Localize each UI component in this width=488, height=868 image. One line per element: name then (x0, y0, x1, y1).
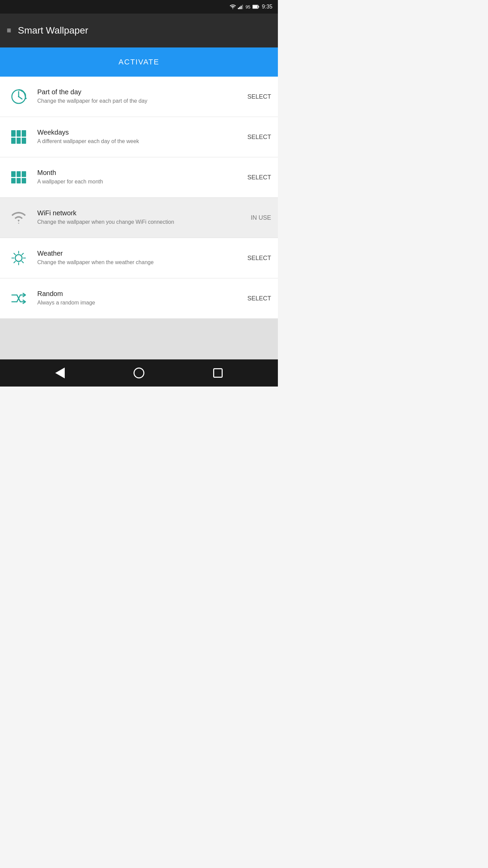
wifi-status-icon (230, 4, 236, 9)
random-icon (7, 287, 30, 310)
svg-point-10 (24, 94, 26, 95)
toolbar: ≡ Smart Wallpaper (0, 14, 278, 47)
weekdays-icon (7, 125, 30, 149)
list-item-weekdays[interactable]: Weekdays A different wallpaper each day … (0, 117, 278, 157)
svg-line-17 (14, 253, 16, 255)
svg-rect-5 (258, 6, 259, 8)
svg-line-18 (22, 261, 24, 263)
weather-select[interactable]: SELECT (244, 255, 271, 262)
weekdays-title: Weekdays (37, 129, 237, 136)
activate-button[interactable]: ACTIVATE (0, 47, 278, 77)
wifi-title: WiFi network (37, 209, 237, 217)
wifi-signal-icon (11, 212, 26, 224)
weather-text: Weather Change the wallpaper when the we… (30, 250, 244, 266)
back-button[interactable] (52, 364, 68, 381)
app-title: Smart Wallpaper (18, 25, 88, 36)
svg-rect-2 (241, 6, 242, 9)
svg-point-12 (15, 255, 22, 261)
timer-icon (10, 88, 27, 105)
month-select[interactable]: SELECT (244, 174, 271, 181)
status-bar: 95 9:35 (0, 0, 278, 14)
part-of-day-desc: Change the wallpaper for each part of th… (37, 97, 237, 105)
wifi-desc: Change the wallpaper when you change WiF… (37, 218, 237, 226)
status-icons: 95 (230, 4, 259, 9)
list-item-random[interactable]: Random Always a random image SELECT (0, 278, 278, 319)
footer-area (0, 319, 278, 359)
back-icon (55, 368, 65, 378)
svg-rect-6 (253, 5, 258, 8)
signal-icon (238, 4, 243, 9)
svg-point-11 (25, 98, 27, 99)
svg-rect-1 (239, 7, 240, 9)
wifi-in-use: IN USE (244, 214, 271, 221)
svg-line-20 (14, 261, 16, 263)
svg-rect-0 (238, 8, 239, 9)
part-of-day-icon (7, 85, 30, 108)
recents-button[interactable] (209, 364, 226, 381)
recents-icon (213, 368, 223, 378)
shuffle-icon (10, 290, 27, 307)
svg-point-9 (21, 90, 23, 92)
weather-title: Weather (37, 250, 237, 257)
battery-level: 95 (245, 4, 250, 9)
random-text: Random Always a random image (30, 290, 244, 307)
part-of-day-title: Part of the day (37, 88, 237, 96)
weekdays-desc: A different wallpaper each day of the we… (37, 138, 237, 145)
svg-rect-3 (242, 5, 243, 9)
home-button[interactable] (130, 364, 147, 381)
menu-icon[interactable]: ≡ (7, 27, 11, 34)
options-list: Part of the day Change the wallpaper for… (0, 77, 278, 319)
list-item-month[interactable]: Month A wallpaper for each month SELECT (0, 157, 278, 198)
svg-point-8 (18, 96, 19, 97)
weather-icon (7, 246, 30, 270)
navigation-bar (0, 359, 278, 387)
grid4-icon (11, 171, 26, 183)
random-title: Random (37, 290, 237, 298)
month-icon (7, 165, 30, 189)
status-time: 9:35 (262, 4, 272, 10)
battery-icon (252, 5, 259, 9)
sun-icon (10, 250, 27, 267)
grid3-icon (11, 130, 26, 144)
svg-line-19 (22, 253, 24, 255)
part-of-day-select[interactable]: SELECT (244, 93, 271, 100)
weekdays-select[interactable]: SELECT (244, 134, 271, 141)
part-of-day-text: Part of the day Change the wallpaper for… (30, 88, 244, 105)
month-desc: A wallpaper for each month (37, 178, 237, 185)
weekdays-text: Weekdays A different wallpaper each day … (30, 129, 244, 145)
month-title: Month (37, 169, 237, 177)
home-icon (134, 368, 144, 378)
weather-desc: Change the wallpaper when the weather ch… (37, 259, 237, 266)
list-item-weather[interactable]: Weather Change the wallpaper when the we… (0, 238, 278, 278)
list-item-part-of-day[interactable]: Part of the day Change the wallpaper for… (0, 77, 278, 117)
list-item-wifi[interactable]: WiFi network Change the wallpaper when y… (0, 198, 278, 238)
wifi-text: WiFi network Change the wallpaper when y… (30, 209, 244, 226)
random-desc: Always a random image (37, 299, 237, 307)
random-select[interactable]: SELECT (244, 295, 271, 302)
wifi-icon (7, 206, 30, 230)
month-text: Month A wallpaper for each month (30, 169, 244, 185)
